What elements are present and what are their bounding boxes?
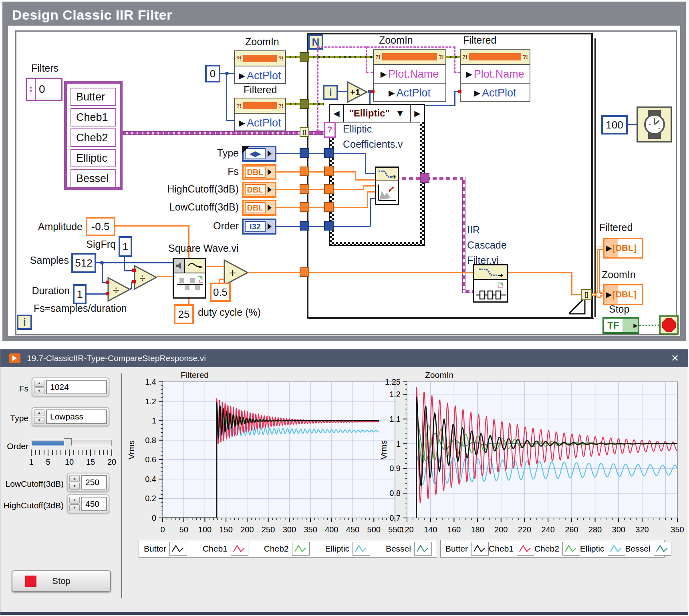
- property-node-filtered-inner[interactable]: ?!?! ▶Plot.Name ▶ActPlot: [460, 49, 530, 102]
- case-dropdown-icon[interactable]: ▼: [395, 108, 405, 119]
- svg-text:1.25: 1.25: [385, 377, 401, 386]
- legend-item-elliptic[interactable]: Elliptic: [325, 542, 370, 556]
- increment-icon[interactable]: ▲: [69, 497, 80, 504]
- spinner-buttons[interactable]: ▲▼: [69, 475, 80, 490]
- square-wave-subvi[interactable]: [173, 258, 206, 299]
- wait-ms-constant[interactable]: 100: [601, 115, 628, 134]
- decrement-icon[interactable]: ▼: [69, 504, 80, 511]
- samples-constant[interactable]: 512: [71, 253, 96, 273]
- lowcutoff-control[interactable]: ▲▼: [67, 473, 109, 492]
- actplot-row[interactable]: ▶ActPlot: [235, 114, 285, 132]
- spinner-buttons[interactable]: ▲▼: [34, 380, 44, 394]
- actplot-row[interactable]: ▶ActPlot: [374, 84, 445, 102]
- filters-enum-list[interactable]: Butter Cheb1 Cheb2 Elliptic Bessel: [64, 81, 123, 190]
- type-input[interactable]: [46, 409, 107, 424]
- zero-constant[interactable]: 0: [205, 65, 220, 82]
- wire-orange: [571, 294, 582, 295]
- for-iteration-terminal[interactable]: i: [323, 85, 338, 100]
- stop-tf-terminal[interactable]: TF ▶: [602, 317, 639, 334]
- property-node-zoomin-outer[interactable]: ?!?! ▶ActPlot: [234, 50, 286, 84]
- stop-button[interactable]: Stop: [12, 570, 111, 592]
- legend-item-bessel[interactable]: Bessel: [625, 542, 671, 556]
- fs-terminal[interactable]: DBL: [242, 164, 276, 180]
- enum-item-cheb2[interactable]: Cheb2: [71, 128, 116, 147]
- legend-label: Cheb1: [489, 544, 514, 554]
- add-node[interactable]: +: [224, 259, 248, 286]
- highcutoff-terminal[interactable]: DBL: [242, 182, 276, 198]
- duty-cycle-constant[interactable]: 25: [174, 304, 194, 324]
- while-iteration-terminal[interactable]: i: [17, 315, 32, 330]
- duration-constant[interactable]: 1: [73, 284, 87, 304]
- half-constant[interactable]: 0.5: [210, 283, 231, 302]
- legend-item-cheb2[interactable]: Cheb2: [534, 542, 580, 556]
- enum-spinner-icon[interactable]: ▲▼: [27, 79, 36, 100]
- spinner-buttons[interactable]: ▲▼: [69, 497, 80, 511]
- filtered-indicator[interactable]: ▶[DBL]: [603, 238, 643, 259]
- property-node-filtered-outer[interactable]: ?!?! ▶ActPlot: [234, 98, 286, 131]
- fs-input[interactable]: [46, 380, 107, 394]
- type-terminal[interactable]: ◀▶: [242, 146, 276, 162]
- divide-node[interactable]: ÷: [134, 265, 157, 290]
- legend-item-cheb2[interactable]: Cheb2: [264, 542, 310, 556]
- case-prev-icon[interactable]: ◀: [330, 105, 344, 122]
- close-icon[interactable]: ✕: [671, 353, 679, 364]
- legend-label: Butter: [144, 544, 166, 554]
- increment-icon[interactable]: ▲: [34, 380, 44, 387]
- filtered-graph-legend[interactable]: ButterCheb1Cheb2EllipticBessel: [139, 540, 437, 558]
- plotname-row[interactable]: ▶Plot.Name: [461, 65, 530, 84]
- enum-item-cheb1[interactable]: Cheb1: [71, 108, 116, 126]
- wire-coefficients: [399, 177, 421, 180]
- filtered-graph[interactable]: 05010015020025030035040045050055000.20.4…: [125, 369, 401, 539]
- tunnel-waveform: [300, 99, 309, 109]
- zoomin-graph[interactable]: 1201401601802002202402602803003203500.70…: [377, 369, 689, 539]
- order-terminal[interactable]: I32: [242, 219, 276, 235]
- increment-node[interactable]: +1: [347, 81, 368, 103]
- enum-item-bessel[interactable]: Bessel: [71, 169, 116, 188]
- filters-index-control[interactable]: ▲▼ 0: [26, 78, 62, 101]
- fs-control[interactable]: ▲▼: [32, 377, 109, 397]
- elliptic-coefficients-subvi[interactable]: [375, 167, 399, 205]
- spinner-buttons[interactable]: ▲▼: [34, 409, 44, 424]
- decrement-icon[interactable]: ▼: [69, 483, 80, 490]
- svg-text:250: 250: [262, 525, 275, 534]
- enum-item-elliptic[interactable]: Elliptic: [71, 149, 116, 167]
- actplot-row[interactable]: ▶ActPlot: [235, 66, 285, 85]
- filter-design-icon: [376, 181, 398, 204]
- ruler-tick: [31, 449, 32, 456]
- legend-item-cheb1[interactable]: Cheb1: [489, 542, 534, 556]
- output-arrow-icon: [268, 223, 275, 230]
- svg-text:0.8: 0.8: [145, 436, 156, 445]
- highcutoff-control[interactable]: ▲▼: [67, 494, 109, 514]
- legend-item-cheb1[interactable]: Cheb1: [203, 542, 248, 556]
- divide-node[interactable]: ÷: [107, 277, 131, 302]
- actplot-row[interactable]: ▶ActPlot: [461, 84, 530, 102]
- svg-text:1.2: 1.2: [145, 397, 156, 406]
- divide-glyph: ÷: [113, 284, 119, 296]
- legend-item-bessel[interactable]: Bessel: [386, 542, 432, 556]
- highcutoff-input[interactable]: [81, 497, 107, 511]
- zoomin-graph-legend[interactable]: ButterCheb1Cheb2EllipticBessel: [440, 540, 665, 558]
- increment-icon[interactable]: ▲: [34, 409, 44, 416]
- decrement-icon[interactable]: ▼: [34, 387, 44, 394]
- decrement-icon[interactable]: ▼: [34, 417, 44, 424]
- plotname-row[interactable]: ▶Plot.Name: [374, 65, 445, 84]
- property-node-zoomin-inner[interactable]: ?!?! ▶Plot.Name ▶ActPlot: [373, 49, 446, 102]
- amplitude-constant[interactable]: -0.5: [86, 217, 115, 236]
- increment-icon[interactable]: ▲: [69, 475, 80, 482]
- zoomin-indicator[interactable]: ▶[DBL]: [603, 284, 643, 305]
- window-titlebar[interactable]: 19.7-ClassicIIR-Type-CompareStepResponse…: [0, 349, 688, 367]
- loop-condition-terminal[interactable]: [659, 315, 679, 335]
- iir-cascade-filter-subvi[interactable]: [473, 264, 508, 303]
- legend-item-butter[interactable]: Butter: [445, 542, 489, 556]
- sigfrq-constant[interactable]: 1: [119, 236, 132, 257]
- wait-ms-node[interactable]: [637, 106, 672, 142]
- legend-item-butter[interactable]: Butter: [144, 542, 187, 556]
- lowcutoff-terminal[interactable]: DBL: [242, 200, 276, 216]
- lowcutoff-input[interactable]: [81, 475, 107, 490]
- case-selector[interactable]: ◀ "Elliptic"▼ ▶: [330, 105, 424, 122]
- legend-item-elliptic[interactable]: Elliptic: [580, 542, 625, 556]
- order-slider-thumb[interactable]: [64, 438, 72, 449]
- enum-item-butter[interactable]: Butter: [71, 88, 116, 106]
- type-control[interactable]: ▲▼: [32, 407, 109, 426]
- case-next-icon[interactable]: ▶: [410, 105, 424, 122]
